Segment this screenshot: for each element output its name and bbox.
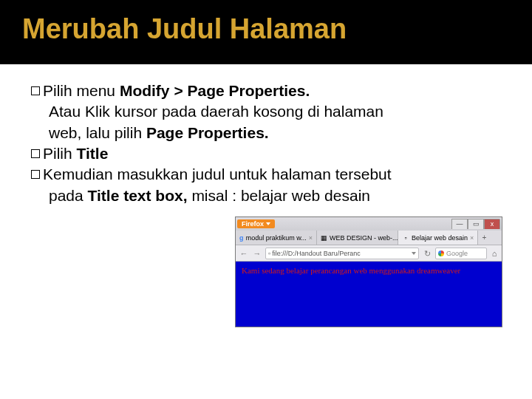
- tab-label: Belajar web desain: [412, 234, 468, 242]
- text: pada: [49, 187, 88, 204]
- tab-label: WEB DESIGN - web-...: [330, 234, 398, 242]
- bullet-1-cont: Atau Klik kursor pada daerah kosong di h…: [31, 101, 501, 143]
- bullet-3-cont: pada Title text box, misal : belajar web…: [31, 185, 501, 206]
- new-tab-button[interactable]: +: [478, 231, 490, 245]
- page-icon: ▫: [268, 250, 270, 257]
- dropdown-icon[interactable]: [411, 250, 416, 256]
- close-tab-icon[interactable]: ×: [309, 234, 313, 242]
- forward-button[interactable]: →: [252, 248, 262, 259]
- tab[interactable]: ▦ WEB DESIGN - web-... ×: [317, 231, 398, 245]
- text-bold: Page Properties.: [146, 124, 269, 141]
- slide-title: Merubah Judul Halaman: [22, 13, 510, 45]
- tab-label: modul praktikum w...: [246, 234, 307, 242]
- bullet-2: Pilih Title: [31, 143, 501, 164]
- text: misal : belajar web desain: [188, 187, 370, 204]
- close-tab-icon[interactable]: ×: [470, 234, 474, 242]
- window-titlebar: Firefox — ▭ x: [236, 217, 502, 231]
- firefox-label: Firefox: [242, 220, 264, 228]
- favicon-page-icon: ▦: [321, 234, 327, 242]
- text: Atau Klik kursor pada daerah kosong di h…: [49, 103, 383, 120]
- minimize-button[interactable]: —: [451, 219, 468, 229]
- page-content-text: Kami sedang belajar perancangan web meng…: [242, 266, 496, 275]
- favicon-google-icon: g: [239, 234, 244, 242]
- home-button[interactable]: ⌂: [490, 249, 499, 258]
- bullet-square-icon: [31, 86, 40, 95]
- text-bold: Title: [77, 145, 109, 162]
- reload-button[interactable]: ↻: [422, 248, 432, 259]
- tab-active[interactable]: ▫ Belajar web desain ×: [398, 231, 478, 245]
- page-viewport: Kami sedang belajar perancangan web meng…: [236, 262, 502, 327]
- favicon-page-icon: ▫: [402, 234, 409, 242]
- text: Pilih menu: [43, 82, 120, 99]
- back-button[interactable]: ←: [239, 248, 249, 259]
- search-box[interactable]: Google: [435, 248, 487, 259]
- chevron-down-icon: [266, 222, 270, 225]
- text: Pilih: [43, 145, 77, 162]
- browser-window: Firefox — ▭ x g modul praktikum w... × ▦…: [235, 216, 502, 327]
- text-bold: Title text box,: [88, 187, 188, 204]
- text: Kemudian masukkan judul untuk halaman te…: [43, 166, 392, 183]
- maximize-button[interactable]: ▭: [468, 219, 484, 229]
- nav-toolbar: ← → ▫ file:///D:/Handout Baru/Peranc ↻ G…: [236, 245, 502, 262]
- close-button[interactable]: x: [484, 219, 500, 229]
- firefox-menu-button[interactable]: Firefox: [237, 219, 275, 228]
- address-bar[interactable]: ▫ file:///D:/Handout Baru/Peranc: [265, 248, 419, 259]
- bullet-3: Kemudian masukkan judul untuk halaman te…: [31, 164, 501, 185]
- slide-body: Pilih menu Modify > Page Properties. Ata…: [0, 64, 532, 206]
- text-bold: Modify > Page Properties.: [120, 82, 310, 99]
- google-icon: [438, 250, 444, 256]
- tab-strip: g modul praktikum w... × ▦ WEB DESIGN - …: [236, 231, 502, 245]
- bullet-1: Pilih menu Modify > Page Properties.: [31, 81, 501, 101]
- url-text: file:///D:/Handout Baru/Peranc: [272, 250, 361, 257]
- bullet-square-icon: [31, 149, 40, 158]
- tab[interactable]: g modul praktikum w... ×: [236, 231, 317, 245]
- text: web, lalu pilih: [49, 124, 146, 141]
- bullet-square-icon: [31, 170, 40, 179]
- search-placeholder: Google: [446, 250, 468, 257]
